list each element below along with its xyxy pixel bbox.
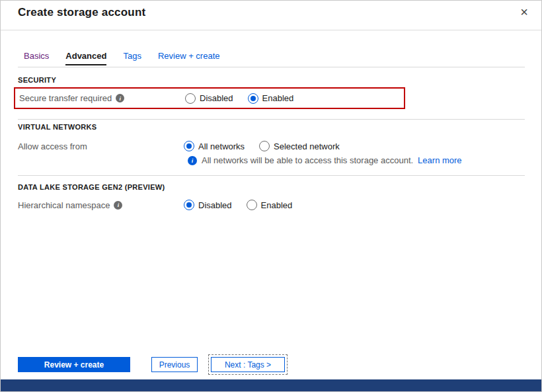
secure-transfer-row-highlight: Secure transfer required Disabled Enable… — [14, 87, 405, 109]
namespace-enabled-option[interactable]: Enabled — [247, 200, 293, 210]
radio-disabled[interactable] — [185, 93, 196, 104]
tab-review-create[interactable]: Review + create — [158, 51, 220, 64]
radio-namespace-disabled[interactable] — [184, 200, 194, 210]
create-storage-account-dialog: Create storage account × Basics Advanced… — [0, 0, 542, 392]
section-divider — [18, 175, 525, 176]
secure-transfer-label: Secure transfer required — [19, 93, 112, 103]
radio-disabled-label: Disabled — [200, 93, 233, 103]
close-icon[interactable]: × — [516, 4, 532, 20]
hierarchical-namespace-row: Hierarchical namespace Disabled Enabled — [14, 196, 410, 214]
tab-bar: Basics Advanced Tags Review + create — [24, 51, 219, 67]
radio-enabled[interactable] — [248, 93, 258, 104]
all-networks-info-line: All networks will be able to access this… — [188, 155, 462, 165]
radio-selected-network[interactable] — [259, 141, 270, 151]
radio-namespace-enabled-label: Enabled — [261, 200, 293, 210]
radio-all-networks-label: All networks — [198, 141, 245, 151]
section-heading-data-lake: DATA LAKE STORAGE GEN2 (PREVIEW) — [18, 183, 165, 191]
radio-enabled-label: Enabled — [262, 93, 294, 103]
review-create-button[interactable]: Review + create — [18, 357, 130, 372]
previous-button[interactable]: Previous — [151, 357, 198, 372]
bottom-bar — [1, 379, 541, 391]
radio-all-networks[interactable] — [184, 141, 194, 151]
secure-transfer-disabled-option[interactable]: Disabled — [185, 93, 233, 104]
secure-transfer-label-group: Secure transfer required — [19, 93, 185, 103]
allow-access-label: Allow access from — [18, 141, 87, 151]
tabs-divider — [18, 67, 525, 67]
header-divider — [1, 30, 541, 30]
hierarchical-namespace-label: Hierarchical namespace — [18, 200, 110, 210]
learn-more-link[interactable]: Learn more — [418, 155, 461, 165]
dialog-header: Create storage account × — [1, 1, 541, 30]
all-networks-option[interactable]: All networks — [184, 141, 245, 151]
secure-transfer-enabled-option[interactable]: Enabled — [248, 93, 294, 104]
namespace-disabled-option[interactable]: Disabled — [184, 200, 232, 210]
info-text: All networks will be able to access this… — [202, 155, 413, 165]
info-icon[interactable] — [114, 201, 122, 210]
radio-namespace-disabled-label: Disabled — [198, 200, 232, 210]
tab-basics[interactable]: Basics — [24, 51, 49, 64]
next-tags-button[interactable]: Next : Tags > — [211, 357, 285, 372]
section-heading-security: SECURITY — [18, 76, 56, 84]
section-heading-virtual-networks: VIRTUAL NETWORKS — [18, 123, 97, 131]
allow-access-label-group: Allow access from — [18, 141, 184, 151]
allow-access-radio-group: All networks Selected network — [184, 141, 340, 151]
section-divider — [18, 119, 525, 120]
secure-transfer-radio-group: Disabled Enabled — [185, 93, 293, 104]
info-icon[interactable] — [116, 94, 124, 102]
hierarchical-namespace-radio-group: Disabled Enabled — [184, 200, 292, 210]
info-icon — [188, 156, 197, 165]
tab-tags[interactable]: Tags — [123, 51, 141, 64]
radio-selected-network-label: Selected network — [274, 141, 340, 151]
page-title: Create storage account — [18, 6, 145, 19]
tab-advanced[interactable]: Advanced — [65, 51, 106, 65]
hierarchical-namespace-label-group: Hierarchical namespace — [18, 200, 184, 210]
radio-namespace-enabled[interactable] — [247, 200, 257, 210]
selected-network-option[interactable]: Selected network — [259, 141, 340, 151]
allow-access-row: Allow access from All networks Selected … — [14, 137, 410, 155]
